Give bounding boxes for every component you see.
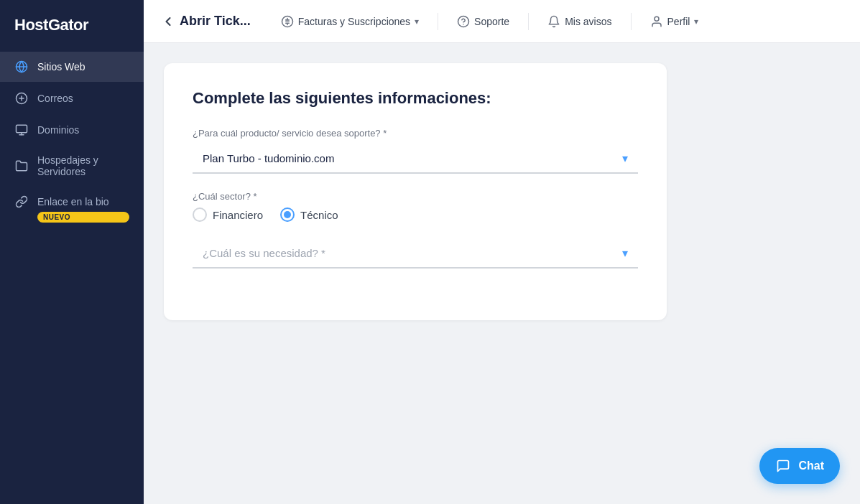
sector-label: ¿Cuál sector? * [193,191,638,202]
need-select[interactable]: ¿Cuál es su necesidad? * ▾ [193,239,638,269]
link-icon [14,195,29,209]
user-icon [650,15,663,28]
product-value: Plan Turbo - tudominio.com [203,152,334,164]
need-placeholder: ¿Cuál es su necesidad? * [203,247,325,259]
mail-icon [14,91,29,106]
nav-soporte[interactable]: Soporte [447,9,519,34]
sidebar-item-dominios[interactable]: Dominios [0,115,144,145]
nav-perfil[interactable]: Perfil ▾ [640,9,709,34]
sector-radio-group: Financiero Técnico [193,207,638,222]
sidebar-item-correos[interactable]: Correos [0,83,144,113]
sidebar-item-label: Dominios [37,124,79,136]
sidebar-nav: Sitios Web Correos Dominios [0,52,144,230]
globe-icon [14,60,29,74]
radio-outer-tecnico [280,207,295,222]
back-button[interactable] [161,14,175,29]
form-title: Complete las siguientes informaciones: [193,89,638,108]
bell-icon [547,15,560,28]
nav-facturas[interactable]: Facturas y Suscripciones ▾ [271,9,429,34]
sector-group: ¿Cuál sector? * Financiero Técnico [193,191,638,222]
folder-icon [14,159,29,173]
sidebar-item-label: Correos [37,93,73,104]
nav-avisos[interactable]: Mis avisos [537,9,621,34]
topbar-left: Abrir Tick... [161,14,251,29]
page-content: Complete las siguientes informaciones: ¿… [144,43,860,504]
nav-separator-3 [631,13,632,30]
main-content: Abrir Tick... Facturas y Suscripciones ▾ [144,0,860,504]
radio-inner-tecnico [284,211,291,218]
sidebar-item-label: Hospedajes y Servidores [37,154,129,177]
chat-icon [775,458,791,474]
topbar: Abrir Tick... Facturas y Suscripciones ▾ [144,0,860,43]
sidebar: HostGator Sitios Web Correos [0,0,144,504]
radio-outer-financiero [193,207,207,222]
product-label: ¿Para cuál producto/ servicio desea sopo… [193,128,638,139]
monitor-icon [14,123,29,137]
nav-soporte-label: Soporte [474,16,509,27]
nav-perfil-label: Perfil [667,16,690,27]
radio-financiero-label: Financiero [213,209,263,221]
sidebar-item-label: Sitios Web [37,61,85,73]
radio-tecnico[interactable]: Técnico [280,207,338,222]
need-chevron-icon: ▾ [622,246,628,260]
logo: HostGator [0,0,144,52]
page-title: Abrir Tick... [180,14,251,29]
select-chevron-icon: ▾ [622,151,628,165]
nav-facturas-label: Facturas y Suscripciones [298,16,410,27]
need-group: ¿Cuál es su necesidad? * ▾ [193,239,638,269]
sidebar-item-label: Enlace en la bio [37,196,109,207]
sidebar-item-sitios-web[interactable]: Sitios Web [0,52,144,82]
question-circle-icon [457,15,470,28]
nav-avisos-label: Mis avisos [565,16,611,27]
chat-button[interactable]: Chat [759,448,840,484]
sidebar-item-hospedajes[interactable]: Hospedajes y Servidores [0,146,144,185]
nav-separator-1 [438,13,438,30]
svg-point-10 [655,17,659,21]
product-group: ¿Para cuál producto/ servicio desea sopo… [193,128,638,174]
dollar-circle-icon [281,15,294,28]
radio-tecnico-label: Técnico [300,209,338,221]
sidebar-item-enlace[interactable]: Enlace en la bio NUEVO [0,187,144,230]
topbar-nav: Facturas y Suscripciones ▾ Soporte [271,9,843,34]
product-select[interactable]: Plan Turbo - tudominio.com ▾ [193,144,638,174]
perfil-chevron-icon: ▾ [694,17,698,27]
chat-label: Chat [798,459,824,472]
svg-rect-3 [17,125,27,133]
new-badge: NUEVO [37,212,129,223]
nav-separator-2 [528,13,529,30]
form-card: Complete las siguientes informaciones: ¿… [164,63,667,320]
chevron-down-icon: ▾ [415,17,419,27]
radio-financiero[interactable]: Financiero [193,207,263,222]
